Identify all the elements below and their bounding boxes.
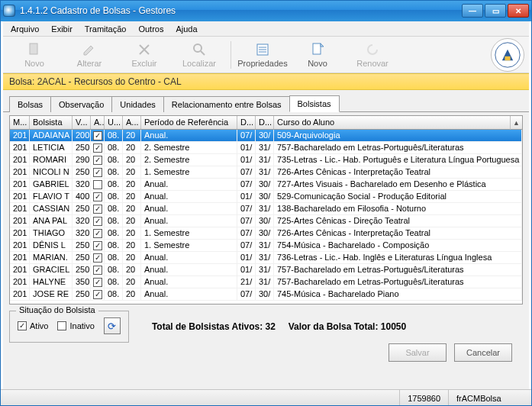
checkbox-icon[interactable]: ✓ [93, 156, 102, 165]
column-header[interactable]: A... [91, 116, 105, 129]
checkbox-icon[interactable]: ✓ [93, 217, 102, 226]
checkbox-icon[interactable]: ✓ [93, 266, 102, 275]
tab[interactable]: Relacionamento entre Bolsas [163, 96, 290, 112]
table-cell: 1. Semestre [141, 166, 237, 178]
table-row[interactable]: 201NICOLI N250✓08.201. Semestre07/31/726… [10, 166, 522, 179]
checkbox-icon[interactable]: ✓ [93, 278, 102, 287]
checkbox-icon[interactable]: ✓ [93, 241, 102, 250]
tab[interactable]: Bolsistas [289, 95, 340, 112]
svg-rect-0 [30, 44, 37, 54]
table-cell: CASSIAN [30, 203, 73, 214]
table-body[interactable]: 201ADAIANA200✓08.20Anual.07/30/509-Arqui… [10, 130, 522, 304]
table-row[interactable]: 201GABRIEL32008.20Anual.07/30/727-Artes … [10, 179, 522, 191]
close-button[interactable]: ✕ [508, 4, 529, 18]
column-header[interactable]: Bolsista [30, 116, 73, 129]
menu-item[interactable]: Arquivo [6, 23, 44, 35]
column-header[interactable]: D... [256, 116, 274, 129]
table-cell: ✓ [91, 215, 105, 227]
table-cell: 20 [123, 154, 141, 166]
column-header[interactable]: A... [123, 116, 141, 129]
tab[interactable]: Unidades [111, 96, 163, 112]
table-cell: 754-Música - Bacharelado - Composição [274, 240, 522, 251]
column-header[interactable]: M... [10, 116, 30, 129]
table-row[interactable]: 201HALYNE350✓08.20Anual.21/31/757-Bachar… [10, 276, 522, 288]
table-cell: 20 [123, 227, 141, 239]
table-cell: 201 [10, 252, 30, 263]
table-cell: 201 [10, 288, 30, 300]
table-cell: 01/ [237, 252, 256, 263]
table-cell: 727-Artes Visuais - Bacharelado em Desen… [274, 179, 522, 190]
table-cell: 31/ [256, 203, 274, 214]
table-cell: 757-Bacharelado em Letras-Português/Lite… [274, 142, 522, 153]
table-cell: 30/ [256, 215, 274, 227]
table-cell: 138-Bacharelado em Filosofia - Noturno [274, 203, 522, 214]
novo2-button[interactable]: Novo [291, 39, 344, 71]
table-row[interactable]: 201CASSIAN250✓08.20Anual.07/31/138-Bacha… [10, 203, 522, 215]
checkbox-icon[interactable] [93, 180, 102, 189]
table-cell: 757-Bacharelado em Letras-Português/Lite… [274, 264, 522, 276]
table-row[interactable]: 201THIAGO320✓08.201. Semestre07/30/726-A… [10, 227, 522, 240]
tab[interactable]: Observação [50, 96, 112, 112]
table-cell: 31/ [256, 240, 274, 251]
table-cell: 201 [10, 142, 30, 153]
table-cell: 201 [10, 166, 30, 178]
checkbox-icon[interactable]: ✓ [93, 192, 102, 201]
propriedades-button[interactable]: Propriedades [236, 39, 289, 71]
toolbar-label: Localizar [182, 59, 216, 68]
window-title: 1.4.1.2 Cadastro de Bolsas - Gestores [20, 5, 462, 16]
maximize-button[interactable]: ▭ [485, 4, 506, 18]
cancelar-button[interactable]: Cancelar [454, 343, 512, 362]
table-cell: 31/ [256, 142, 274, 153]
table-cell: THIAGO [30, 227, 73, 239]
checkbox-icon[interactable]: ✓ [93, 131, 102, 140]
column-header[interactable]: D... [237, 116, 256, 129]
table-cell: 201 [10, 264, 30, 276]
table-cell: Anual. [141, 191, 237, 202]
column-header[interactable]: V... [73, 116, 91, 129]
table-row[interactable]: 201FLAVIO T400✓08.20Anual.01/30/529-Comu… [10, 191, 522, 203]
checkbox-icon[interactable]: ✓ [93, 143, 102, 153]
table-row[interactable]: 201GRACIEL250✓08.20Anual.01/31/757-Bacha… [10, 264, 522, 276]
column-header[interactable]: Período de Referência [141, 116, 237, 129]
table-cell: 736-Letras - Lic.- Hab. Inglês e Literat… [274, 252, 522, 263]
table-row[interactable]: 201ANA PAL320✓08.20Anual.07/30/725-Artes… [10, 215, 522, 227]
checkbox-icon[interactable]: ✓ [93, 290, 102, 299]
toolbar-label: Novo [308, 59, 327, 68]
svg-line-2 [201, 51, 205, 55]
refresh-button[interactable]: ⟳ [104, 317, 121, 334]
table-row[interactable]: 201LETICIA250✓08.202. Semestre01/31/757-… [10, 142, 522, 154]
minimize-button[interactable]: — [462, 4, 483, 18]
table-cell: 30/ [256, 191, 274, 202]
table-cell: 08. [105, 203, 123, 214]
toolbar-label: Propriedades [237, 59, 287, 68]
menu-item[interactable]: Ajuda [171, 23, 202, 35]
checkbox-icon[interactable]: ✓ [93, 168, 102, 177]
table-cell: ✓ [91, 166, 105, 178]
column-header[interactable]: U... [105, 116, 123, 129]
table-row[interactable]: 201ROMARI290✓08.202. Semestre01/31/735-L… [10, 154, 522, 166]
table-row[interactable]: 201DÊNIS L250✓08.201. Semestre07/31/754-… [10, 240, 522, 252]
table-row[interactable]: 201ADAIANA200✓08.20Anual.07/30/509-Arqui… [10, 130, 522, 142]
refresh-icon [365, 42, 380, 57]
checkbox-icon[interactable]: ✓ [93, 253, 102, 263]
checkbox-icon[interactable]: ✓ [93, 229, 102, 238]
inativo-checkbox[interactable]: Inativo [57, 321, 94, 330]
toolbar: Novo Alterar Excluir Localizar Proprieda… [3, 37, 529, 73]
table-row[interactable]: 201MARIAN.250✓08.20Anual.01/31/736-Letra… [10, 252, 522, 264]
table-cell: ANA PAL [30, 215, 73, 227]
salvar-button[interactable]: Salvar [389, 343, 447, 362]
bolsa-header: Bolsa: 2ACAL - Recursos do Centro - CAL [3, 73, 529, 90]
renovar-button: Renovar [346, 39, 399, 71]
tab[interactable]: Bolsas [9, 96, 51, 112]
menu-item[interactable]: Outros [134, 23, 168, 35]
column-header[interactable]: Curso do Aluno [274, 116, 522, 129]
scroll-up-icon[interactable]: ▲ [510, 116, 522, 130]
table-cell: 250 [73, 288, 91, 300]
menu-item[interactable]: Tramitação [80, 23, 131, 35]
menubar: Arquivo Exibir Tramitação Outros Ajuda [3, 21, 529, 37]
ativo-checkbox[interactable]: ✓ Ativo [18, 321, 48, 330]
menu-item[interactable]: Exibir [47, 23, 77, 35]
checkbox-icon[interactable]: ✓ [93, 205, 102, 214]
table-row[interactable]: 201JOSE RE250✓08.20Anual.07/30/745-Músic… [10, 288, 522, 301]
table-cell: GABRIEL [30, 179, 73, 190]
